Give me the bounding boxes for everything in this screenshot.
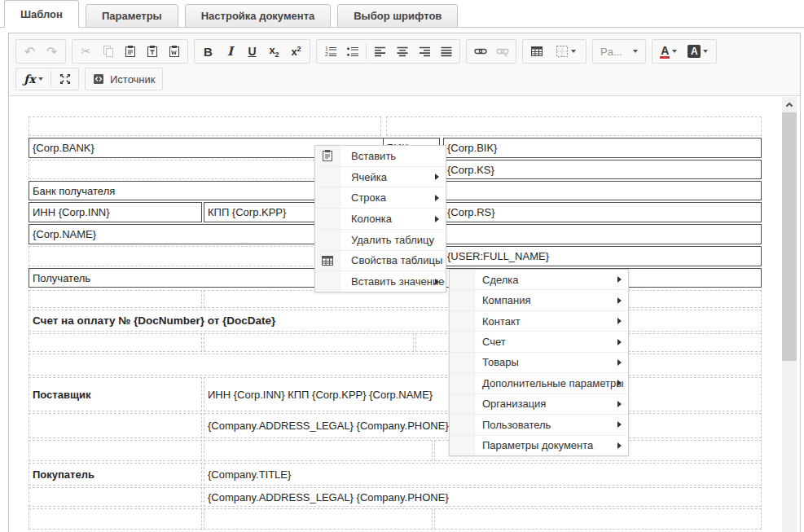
empty-cell[interactable] (204, 333, 414, 352)
submenu-item-organization[interactable]: Организация (450, 394, 628, 414)
chevron-up-icon (784, 100, 794, 108)
justify-icon (440, 45, 453, 58)
empty-cell[interactable] (29, 487, 202, 507)
empty-cell[interactable] (204, 440, 433, 461)
background-color-button[interactable]: A (683, 41, 714, 62)
source-button[interactable]: Источник (88, 68, 160, 90)
submenu-item-deal[interactable]: Сделка (450, 270, 628, 289)
background-color-icon: A (688, 45, 701, 58)
tab-document-settings[interactable]: Настройка документа (185, 4, 332, 28)
text-color-button[interactable]: A (655, 41, 683, 62)
empty-cell[interactable] (29, 117, 381, 136)
link-button[interactable] (469, 41, 491, 62)
submenu-arrow-icon (435, 174, 439, 180)
empty-cell[interactable] (29, 440, 202, 461)
undo-button[interactable]: ↶ (19, 41, 41, 62)
cell-invoice-title[interactable]: Счет на оплату № {DocNumber} от {DocDate… (29, 310, 762, 332)
empty-cell[interactable] (29, 508, 202, 530)
bold-icon: B (204, 45, 213, 59)
insert-value-submenu: Сделка Компания Контакт Счет Товары Допо… (449, 269, 629, 456)
cell-inn[interactable]: ИНН {Corp.INN} (29, 202, 202, 222)
table-borders-combo-button[interactable] (547, 41, 583, 62)
menu-item-label: Вставить (351, 150, 396, 162)
submenu-arrow-icon (617, 421, 622, 428)
redo-button[interactable]: ↷ (41, 41, 63, 62)
italic-button[interactable]: I (219, 41, 241, 62)
align-right-icon (418, 45, 431, 58)
empty-cell[interactable] (443, 181, 762, 200)
align-center-button[interactable] (391, 41, 413, 62)
insert-function-button[interactable]: ƒx (19, 68, 48, 90)
copy-button[interactable] (97, 41, 119, 62)
cell-buyer-title[interactable]: {Company.TITLE} (204, 463, 762, 486)
scroll-up-button[interactable] (782, 97, 797, 111)
superscript-icon: x2 (291, 45, 301, 58)
tab-parameters[interactable]: Параметры (86, 4, 178, 28)
menu-item-label: Товары (482, 356, 519, 368)
underline-button[interactable]: U (241, 41, 263, 62)
submenu-item-company[interactable]: Компания (450, 289, 628, 310)
table-icon (530, 45, 543, 58)
cell-supplier-label[interactable]: Поставщик (29, 377, 202, 411)
cell-corp-bik[interactable]: {Corp.BIK} (443, 138, 762, 158)
cut-button[interactable]: ✂ (75, 41, 97, 62)
submenu-arrow-icon (617, 359, 622, 366)
superscript-button[interactable]: x2 (285, 41, 307, 62)
menu-item-label: Сделка (482, 274, 519, 286)
empty-cell[interactable] (443, 224, 762, 244)
empty-cell[interactable] (29, 290, 202, 308)
menu-item-table-properties[interactable]: Свойства таблицы (315, 250, 446, 271)
tab-font-selection[interactable]: Выбор шрифтов (337, 4, 458, 28)
menu-item-paste[interactable]: Вставить (315, 146, 446, 166)
justify-button[interactable] (435, 41, 457, 62)
subscript-button[interactable]: x2 (263, 41, 285, 62)
bold-button[interactable]: B (197, 41, 219, 62)
menu-item-insert-value[interactable]: Вставить значение (315, 270, 446, 292)
menu-item-cell[interactable]: Ячейка (315, 166, 446, 187)
paste-button[interactable] (119, 41, 141, 62)
empty-cell[interactable] (29, 333, 202, 352)
menu-item-row[interactable]: Строка (315, 187, 446, 208)
submenu-arrow-icon (435, 279, 439, 285)
submenu-item-document-params[interactable]: Параметры документа (450, 435, 628, 455)
submenu-item-products[interactable]: Товары (450, 352, 628, 372)
menu-item-delete-table[interactable]: Удалить таблицу (315, 229, 446, 250)
cell-buyer-address[interactable]: {Company.ADDRESS_LEGAL} {Company.PHONE} (204, 487, 762, 507)
submenu-item-user[interactable]: Пользователь (450, 414, 628, 434)
submenu-item-invoice[interactable]: Счет (450, 331, 628, 351)
cell-buyer-label[interactable]: Покупатель (29, 463, 202, 486)
empty-cell[interactable] (204, 508, 433, 530)
clipboard-group: ✂ (72, 39, 188, 64)
insert-table-button[interactable] (525, 41, 547, 62)
align-right-button[interactable] (413, 41, 435, 62)
menu-item-label: Контакт (482, 315, 521, 328)
empty-cell[interactable] (434, 508, 762, 530)
paragraph-format-combo[interactable]: Pa... (595, 41, 643, 62)
submenu-item-contact[interactable]: Контакт (450, 310, 628, 331)
cell-user-full-name[interactable]: {USER:FULL_NAME} (443, 246, 762, 266)
undo-icon: ↶ (24, 44, 35, 59)
numbered-list-button[interactable]: 12 (319, 41, 341, 62)
maximize-button[interactable] (54, 68, 76, 90)
editor-toolbar: ↶ ↷ ✂ B I U (9, 33, 800, 96)
align-left-button[interactable] (369, 41, 391, 62)
paste-from-word-button[interactable] (163, 41, 185, 62)
menu-item-column[interactable]: Колонка (315, 208, 446, 229)
unlink-button[interactable] (491, 41, 513, 62)
scissors-icon: ✂ (81, 44, 91, 59)
tab-template[interactable]: Шаблон (4, 0, 79, 28)
toolbar-separator (366, 43, 367, 59)
submenu-arrow-icon (617, 297, 622, 304)
empty-cell[interactable] (29, 354, 762, 376)
cell-corp-rs[interactable]: {Corp.RS} (443, 202, 762, 222)
bulleted-list-button[interactable] (341, 41, 363, 62)
bulleted-list-icon (346, 45, 359, 58)
paragraph-format-group: Pa... (592, 39, 646, 64)
paste-plain-text-button[interactable] (141, 41, 163, 62)
submenu-item-additional-params[interactable]: Дополнительные параметры (450, 372, 628, 393)
empty-cell[interactable] (29, 413, 202, 438)
menu-item-label: Организация (482, 398, 546, 410)
scrollbar-thumb[interactable] (782, 112, 797, 361)
cell-corp-ks[interactable]: {Corp.KS} (443, 160, 762, 179)
empty-cell[interactable] (386, 117, 762, 136)
